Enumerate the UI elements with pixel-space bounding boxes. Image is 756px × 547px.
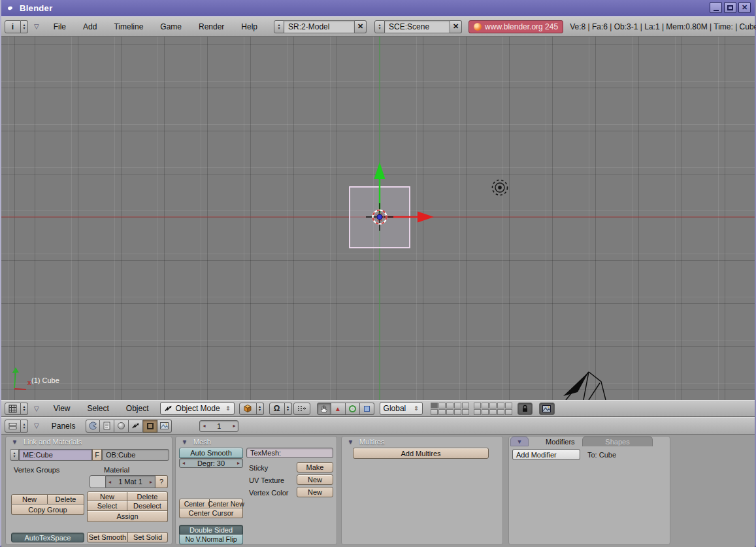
panel-expand-icon[interactable]: ▼ bbox=[517, 439, 523, 445]
scene-context-icon[interactable] bbox=[157, 420, 172, 433]
grid-view-icon[interactable] bbox=[5, 403, 21, 415]
layer-12[interactable] bbox=[438, 409, 446, 415]
copy-group-button[interactable]: Copy Group bbox=[11, 505, 84, 515]
layer-19[interactable] bbox=[497, 409, 504, 415]
panel-header[interactable]: ▼ Mesh bbox=[182, 437, 211, 446]
layer-7[interactable] bbox=[482, 403, 489, 408]
assign-button[interactable]: Assign bbox=[87, 511, 168, 522]
collapse-menu-icon[interactable]: ▽ bbox=[34, 23, 39, 30]
menu-timeline[interactable]: Timeline bbox=[105, 22, 152, 31]
mode-dropdown[interactable]: Object Mode ⇕ bbox=[160, 402, 235, 415]
uv-texture-new-button[interactable]: New bbox=[297, 474, 333, 485]
set-solid-button[interactable]: Set Solid bbox=[128, 532, 168, 542]
buttons-window-type[interactable]: ▴▾ bbox=[5, 420, 28, 433]
add-modifier-dropdown[interactable]: Add Modifier bbox=[512, 449, 580, 460]
viewport-3d[interactable]: x (1) Cube bbox=[1, 37, 755, 400]
material-delete-button[interactable]: Delete bbox=[127, 491, 168, 501]
window-type-stepper[interactable]: ▴▾ bbox=[21, 20, 28, 33]
menu-add[interactable]: Add bbox=[74, 22, 105, 31]
lock-layers-button[interactable] bbox=[518, 403, 533, 415]
manipulator-rotate-icon[interactable] bbox=[346, 403, 360, 415]
scene-name-field[interactable]: SCE:Scene bbox=[385, 20, 450, 33]
screen-stepper[interactable]: ▴▾ bbox=[274, 20, 284, 33]
double-sided-toggle[interactable]: Double Sided bbox=[179, 525, 243, 535]
material-color-swatch[interactable] bbox=[90, 475, 106, 488]
object-context-icon[interactable] bbox=[129, 420, 143, 433]
layer-8[interactable] bbox=[489, 403, 497, 408]
menu-file[interactable]: File bbox=[45, 22, 74, 31]
layer-15[interactable] bbox=[462, 409, 469, 415]
buttons-type-stepper[interactable]: ▴▾ bbox=[21, 420, 28, 433]
tab-shapes[interactable]: Shapes bbox=[582, 437, 653, 446]
panel-expand-icon[interactable]: ▼ bbox=[12, 439, 18, 445]
orientation-dropdown[interactable]: Global ⇕ bbox=[380, 402, 423, 415]
degr-plus-icon[interactable]: ▸ bbox=[237, 460, 240, 466]
auto-smooth-toggle[interactable]: Auto Smooth bbox=[179, 448, 243, 458]
manipulator-translate-icon[interactable]: ▲ bbox=[331, 403, 346, 415]
panel-expand-icon[interactable]: ▼ bbox=[182, 439, 188, 445]
layer-4[interactable] bbox=[454, 403, 461, 408]
panel-expand-icon[interactable]: ▼ bbox=[348, 439, 353, 445]
panel-tab-stub[interactable]: ▼ bbox=[510, 437, 529, 446]
vgroup-delete-button[interactable]: Delete bbox=[48, 494, 84, 505]
layer-2[interactable] bbox=[438, 403, 446, 408]
layer-10[interactable] bbox=[505, 403, 512, 408]
proportional-edit-icon[interactable] bbox=[293, 403, 310, 415]
editing-context-icon[interactable] bbox=[143, 420, 157, 433]
select-button[interactable]: Select bbox=[87, 501, 127, 511]
collapse-menu-icon[interactable]: ▽ bbox=[34, 405, 39, 412]
layer-5[interactable] bbox=[462, 403, 469, 408]
frame-number-field[interactable]: ◂ 1 ▸ bbox=[199, 420, 238, 432]
frame-prev-icon[interactable]: ◂ bbox=[203, 423, 205, 429]
layer-17[interactable] bbox=[482, 409, 489, 415]
material-new-button[interactable]: New bbox=[87, 491, 127, 501]
version-button[interactable]: www.blender.org 245 bbox=[468, 20, 563, 33]
material-index-field[interactable]: ◂ 1 Mat 1 ▸ bbox=[106, 475, 156, 488]
title-bar[interactable]: Blender ✕ bbox=[1, 0, 755, 16]
layer-9[interactable] bbox=[497, 403, 504, 408]
add-multires-button[interactable]: Add Multires bbox=[353, 448, 489, 459]
layer-11[interactable] bbox=[431, 409, 438, 415]
maximize-button[interactable] bbox=[724, 2, 736, 13]
frame-next-icon[interactable]: ▸ bbox=[233, 423, 235, 429]
panel-header[interactable]: ▼ Multires bbox=[348, 437, 384, 446]
layer-16[interactable] bbox=[474, 409, 481, 415]
menu-object[interactable]: Object bbox=[118, 404, 157, 413]
manipulator-hand-icon[interactable] bbox=[317, 403, 331, 415]
deselect-button[interactable]: Deselect bbox=[127, 501, 168, 511]
info-window-icon[interactable]: i bbox=[5, 20, 21, 33]
collapse-menu-icon[interactable]: ▽ bbox=[34, 422, 39, 429]
script-context-icon[interactable] bbox=[100, 420, 114, 433]
mesh-name-field[interactable]: ME:Cube bbox=[19, 449, 92, 461]
vertex-color-new-button[interactable]: New bbox=[297, 487, 333, 497]
shading-context-icon[interactable] bbox=[114, 420, 129, 433]
draw-type-stepper[interactable]: ▴▾ bbox=[257, 403, 264, 415]
center-button[interactable]: Center bbox=[179, 499, 210, 508]
scene-stepper[interactable]: ▴▾ bbox=[374, 20, 385, 33]
screen-name-field[interactable]: SR:2-Model bbox=[284, 20, 355, 33]
set-smooth-button[interactable]: Set Smooth bbox=[87, 532, 128, 542]
screen-clear-button[interactable]: ✕ bbox=[355, 20, 367, 33]
layer-18[interactable] bbox=[489, 409, 497, 415]
mat-next-icon[interactable]: ▸ bbox=[150, 479, 152, 485]
mesh-browse-stepper[interactable]: ▴▾ bbox=[10, 449, 19, 461]
center-new-button[interactable]: Center New bbox=[210, 499, 243, 508]
layer-20[interactable] bbox=[505, 409, 512, 415]
layer-13[interactable] bbox=[446, 409, 453, 415]
menu-game[interactable]: Game bbox=[152, 22, 190, 31]
scene-clear-button[interactable]: ✕ bbox=[450, 20, 462, 33]
layer-1[interactable] bbox=[431, 403, 438, 408]
menu-select[interactable]: Select bbox=[79, 404, 118, 413]
minimize-button[interactable] bbox=[710, 2, 722, 13]
mat-prev-icon[interactable]: ◂ bbox=[108, 479, 111, 485]
no-vnormal-flip-toggle[interactable]: No V.Normal Flip bbox=[179, 535, 243, 544]
logic-context-icon[interactable] bbox=[86, 420, 100, 433]
material-help-button[interactable]: ? bbox=[156, 475, 168, 488]
view3d-type-stepper[interactable]: ▴▾ bbox=[21, 403, 28, 415]
layer-3[interactable] bbox=[446, 403, 453, 408]
render-preview-button[interactable] bbox=[539, 403, 555, 415]
degr-field[interactable]: ◂ Degr: 30 ▸ bbox=[179, 458, 243, 468]
fake-user-button[interactable]: F bbox=[92, 449, 102, 461]
draw-type-selector[interactable]: ▴▾ bbox=[239, 403, 264, 415]
center-cursor-button[interactable]: Center Cursor bbox=[179, 508, 243, 518]
